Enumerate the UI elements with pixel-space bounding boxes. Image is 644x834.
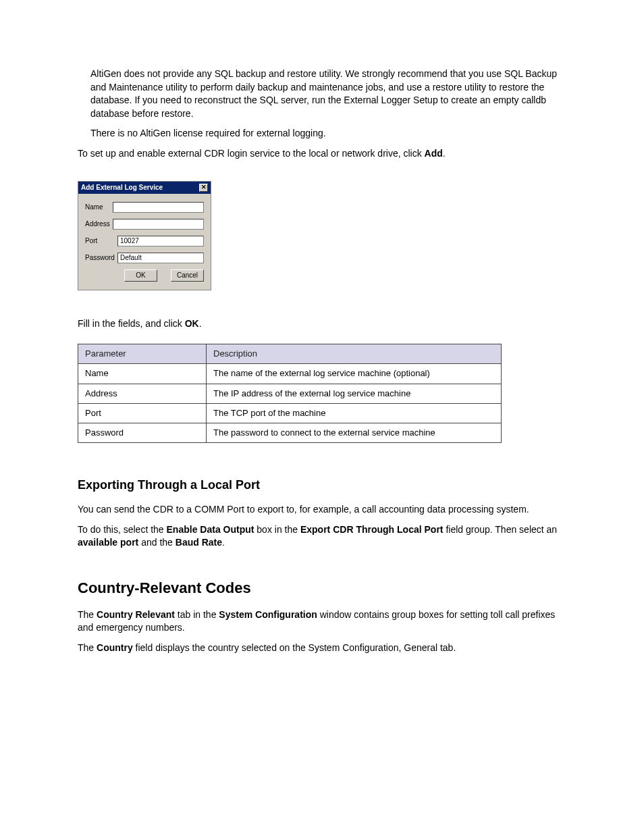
fill-fields-text: Fill in the fields, and click OK. [78,317,566,331]
name-input[interactable] [113,202,204,213]
intro-p3: To set up and enable external CDR login … [78,147,566,161]
comm-p1: You can send the CDR to a COMM Port to e… [78,503,566,517]
table-row: Address The IP address of the external l… [78,384,502,403]
intro-p2: There is no AltiGen license required for… [90,127,566,140]
password-input[interactable] [117,253,204,263]
country-p2: The Country field displays the country s… [78,642,566,655]
table-header-description: Description [207,344,502,364]
table-header-row: Parameter Description [78,344,502,364]
dialog-titlebar: Add External Log Service ✕ [78,182,211,194]
table-header-parameter: Parameter [78,344,207,364]
close-icon[interactable]: ✕ [199,184,208,192]
section-country-heading: Country-Relevant Codes [78,578,566,599]
dialog-title: Add External Log Service [81,183,163,192]
table-row: Password The password to connect to the … [78,423,502,442]
intro-p1: AltiGen does not provide any SQL backup … [90,68,566,120]
comm-p2: To do this, select the Enable Data Outpu… [78,523,566,550]
add-external-log-dialog: Add External Log Service ✕ Name Address … [78,181,211,290]
table-row: Port The TCP port of the machine [78,403,502,423]
cancel-button[interactable]: Cancel [171,269,204,282]
address-label: Address [85,219,113,229]
address-input[interactable] [113,219,204,230]
table-row: Name The name of the external log servic… [78,364,502,384]
port-input[interactable] [117,236,204,246]
password-label: Password [85,253,117,263]
country-p1: The Country Relevant tab in the System C… [78,608,566,635]
name-label: Name [85,203,113,212]
parameter-table: Parameter Description Name The name of t… [78,344,502,443]
port-label: Port [85,236,117,246]
section-export-heading: Exporting Through a Local Port [78,477,566,494]
ok-button[interactable]: OK [124,269,157,282]
